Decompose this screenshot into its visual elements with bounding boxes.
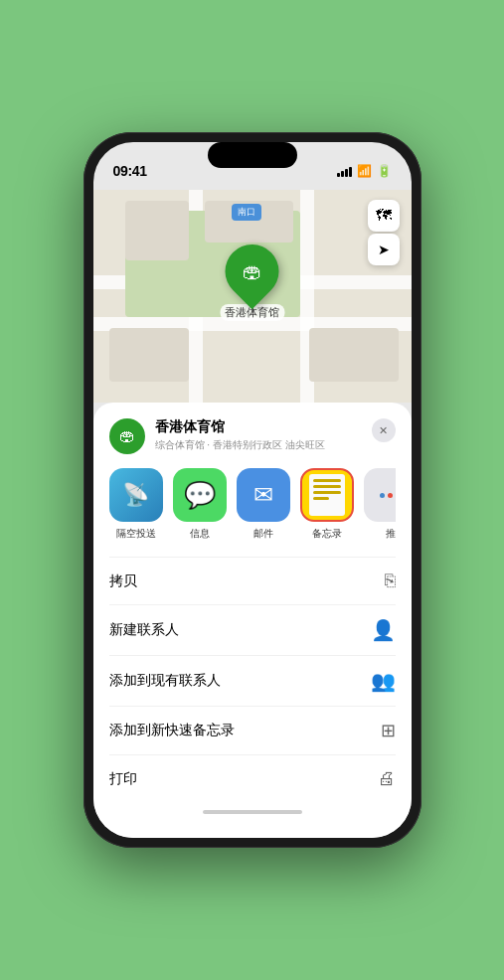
action-copy[interactable]: 拷贝 ⎘ [109, 558, 396, 605]
location-info: 香港体育馆 综合体育馆 · 香港特别行政区 油尖旺区 [155, 418, 372, 452]
phone-screen: 09:41 📶 🔋 [93, 142, 412, 838]
copy-icon: ⎘ [385, 571, 396, 591]
airdrop-icon: 📡 [122, 482, 149, 508]
airdrop-label: 隔空投送 [116, 527, 156, 541]
airdrop-icon-box: 📡 [109, 468, 163, 522]
battery-icon: 🔋 [377, 164, 392, 178]
action-add-notes[interactable]: 添加到新快速备忘录 ⊞ [109, 707, 396, 755]
dot2 [388, 493, 393, 498]
phone-frame: 09:41 📶 🔋 [84, 132, 421, 848]
home-indicator [109, 802, 396, 822]
copy-label: 拷贝 [109, 572, 137, 590]
notes-line3 [313, 491, 341, 494]
home-bar [203, 810, 302, 814]
add-contact-label: 添加到现有联系人 [109, 672, 221, 690]
share-more-item[interactable]: 推 [364, 468, 396, 541]
more-icon-box [364, 468, 396, 522]
dynamic-island [208, 142, 297, 168]
share-notes-item[interactable]: 备忘录 [300, 468, 354, 541]
location-arrow-icon: ➤ [378, 242, 390, 257]
map-block-1 [125, 201, 189, 260]
signal-bar-1 [337, 173, 340, 177]
venue-icon: 🏟 [109, 418, 145, 454]
more-label: 推 [386, 527, 396, 541]
notes-icon-box [300, 468, 354, 522]
action-add-contact[interactable]: 添加到现有联系人 👥 [109, 656, 396, 707]
message-icon: 💬 [184, 480, 216, 511]
pin-icon: 🏟 [214, 234, 289, 309]
action-print[interactable]: 打印 🖨 [109, 755, 396, 802]
message-icon-box: 💬 [173, 468, 227, 522]
signal-bars-icon [337, 165, 352, 177]
add-contact-icon: 👥 [371, 669, 396, 693]
map-block-3 [109, 328, 189, 382]
print-label: 打印 [109, 770, 137, 788]
more-dots [380, 493, 396, 498]
share-icons-row: 📡 隔空投送 💬 信息 ✉ 邮件 [109, 468, 396, 541]
status-time: 09:41 [113, 163, 147, 179]
map-type-icon: 🗺 [376, 207, 392, 225]
location-button[interactable]: ➤ [368, 234, 400, 265]
new-contact-icon: 👤 [371, 618, 396, 642]
share-airdrop-item[interactable]: 📡 隔空投送 [109, 468, 163, 541]
close-button[interactable]: ✕ [372, 418, 396, 442]
map-area[interactable]: 南口 🏟 香港体育馆 🗺 ➤ [93, 190, 412, 403]
status-icons: 📶 🔋 [337, 164, 392, 178]
notes-paper [309, 474, 345, 516]
share-message-item[interactable]: 💬 信息 [173, 468, 227, 541]
bottom-sheet: 🏟 香港体育馆 综合体育馆 · 香港特别行政区 油尖旺区 ✕ 📡 隔空投送 [93, 403, 412, 838]
new-contact-label: 新建联系人 [109, 621, 179, 639]
add-notes-label: 添加到新快速备忘录 [109, 722, 235, 739]
location-name: 香港体育馆 [155, 418, 372, 436]
message-label: 信息 [190, 527, 210, 541]
map-block-4 [309, 328, 399, 382]
wifi-icon: 📶 [357, 164, 372, 178]
action-new-contact[interactable]: 新建联系人 👤 [109, 605, 396, 656]
notes-label: 备忘录 [312, 527, 342, 541]
share-mail-item[interactable]: ✉ 邮件 [237, 468, 290, 541]
notes-line1 [313, 479, 341, 482]
add-notes-icon: ⊞ [381, 720, 396, 741]
print-icon: 🖨 [378, 768, 396, 789]
map-controls: 🗺 ➤ [368, 200, 400, 265]
notes-line2 [313, 485, 341, 488]
dot1 [380, 493, 385, 498]
signal-bar-4 [349, 167, 352, 177]
location-subtitle: 综合体育馆 · 香港特别行政区 油尖旺区 [155, 438, 372, 452]
signal-bar-2 [341, 171, 344, 177]
mail-icon-box: ✉ [237, 468, 290, 522]
stadium-icon: 🏟 [243, 260, 262, 283]
location-header: 🏟 香港体育馆 综合体育馆 · 香港特别行政区 油尖旺区 ✕ [109, 418, 396, 454]
map-type-button[interactable]: 🗺 [368, 200, 400, 232]
map-label-tag: 南口 [232, 204, 261, 221]
location-pin: 🏟 香港体育馆 [220, 245, 284, 321]
mail-icon: ✉ [253, 481, 273, 509]
mail-label: 邮件 [253, 527, 273, 541]
signal-bar-3 [345, 169, 348, 177]
notes-line4 [313, 497, 330, 500]
action-list: 拷贝 ⎘ 新建联系人 👤 添加到现有联系人 👥 添加到新快速备忘录 ⊞ 打印 [109, 557, 396, 802]
